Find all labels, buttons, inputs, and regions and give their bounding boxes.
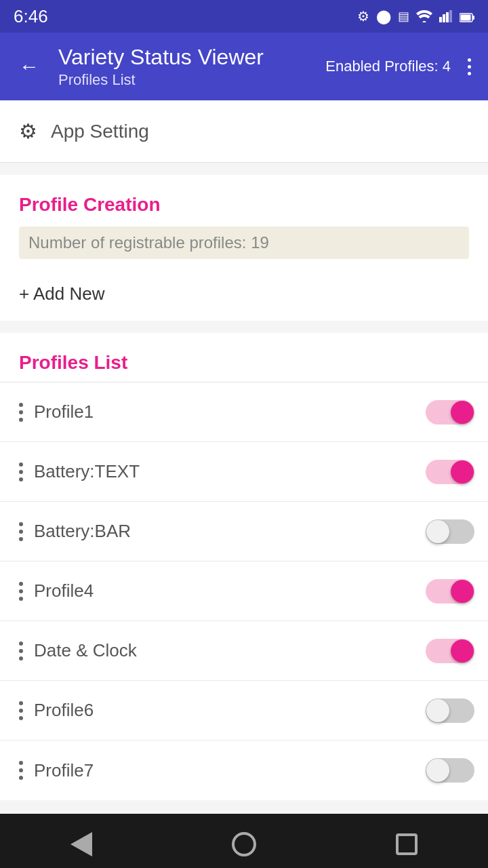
toggle-battery-bar[interactable] [426,519,474,544]
profiles-container: Profile1Battery:TEXTBattery:BARProfile4D… [0,382,488,800]
profile-row-battery-bar: Battery:BAR [0,502,488,561]
navigation-bar [0,814,488,868]
menu-dot-3 [468,72,471,75]
drag-dot-0 [19,701,23,705]
profile-name-profile1: Profile1 [34,401,426,422]
toggle-thumb-profile4 [451,580,474,603]
profile-name-battery-text: Battery:TEXT [34,461,426,482]
profile-name-profile4: Profile4 [34,580,426,601]
drag-dot-1 [19,649,23,653]
profile-row-battery-text: Battery:TEXT [0,442,488,502]
app-subtitle: Profiles List [58,71,312,89]
profile-row-profile6: Profile6 [0,681,488,741]
toggle-thumb-date-clock [451,639,474,663]
profile-name-battery-bar: Battery:BAR [34,521,426,542]
drag-dot-2 [19,418,23,422]
toggle-profile7[interactable] [426,758,474,783]
nav-recents-square-icon [396,833,418,855]
menu-dot-2 [468,65,471,68]
profile-drag-handle-profile7[interactable] [14,754,34,787]
nav-recents-button[interactable] [386,824,427,865]
profile-drag-handle-battery-bar[interactable] [14,515,34,548]
profile-creation-title: Profile Creation [19,194,469,216]
toggle-thumb-profile1 [451,401,474,424]
profile-creation-section: Profile Creation Number of registrable p… [0,175,488,321]
sdcard-status-icon: ▤ [398,9,409,24]
drag-dot-1 [19,709,23,713]
profile-row-profile4: Profile4 [0,561,488,621]
toggle-profile1[interactable] [426,400,474,425]
profile-name-profile7: Profile7 [34,760,426,781]
drag-dot-1 [19,410,23,414]
app-setting-row[interactable]: ⚙ App Setting [0,100,488,163]
profile-drag-handle-date-clock[interactable] [14,635,34,667]
drag-dot-1 [19,589,23,593]
profile-name-profile6: Profile6 [34,700,426,721]
svg-rect-6 [472,16,474,20]
drag-dot-0 [19,642,23,646]
drag-dot-2 [19,597,23,601]
app-title: Variety Status Viewer [58,45,312,70]
menu-dot-1 [468,58,471,62]
enabled-profiles-label: Enabled Profiles: 4 [325,58,451,75]
svg-rect-2 [446,12,449,22]
profiles-list-title: Profiles List [0,352,488,382]
drag-dot-0 [19,761,23,765]
toggle-date-clock[interactable] [426,639,474,663]
svg-rect-1 [443,14,445,22]
back-button[interactable]: ← [14,50,45,83]
toggle-thumb-battery-bar [426,520,449,543]
svg-rect-0 [439,17,442,22]
app-setting-label: App Setting [51,121,149,142]
app-bar: ← Variety Status Viewer Profiles List En… [0,33,488,100]
status-bar: 6:46 ⚙ ⬤ ▤ [0,0,488,33]
drag-dot-1 [19,470,23,474]
toggle-thumb-battery-text [451,460,474,484]
drag-dot-2 [19,716,23,720]
profile-creation-subtitle: Number of registrable profiles: 19 [19,226,469,259]
wifi-icon [416,6,432,27]
toggle-profile4[interactable] [426,579,474,604]
toggle-profile6[interactable] [426,698,474,723]
profile-row-profile1: Profile1 [0,382,488,442]
toggle-battery-text[interactable] [426,460,474,484]
drag-dot-2 [19,776,23,780]
drag-dot-1 [19,768,23,772]
profile-drag-handle-profile1[interactable] [14,396,34,429]
nav-back-button[interactable] [61,824,102,865]
nav-home-circle-icon [232,832,256,856]
toggle-thumb-profile6 [426,699,449,722]
add-new-button[interactable]: + Add New [19,273,469,321]
settings-status-icon: ⚙ [357,8,369,24]
drag-dot-0 [19,403,23,407]
drag-dot-0 [19,582,23,586]
gear-icon: ⚙ [19,119,37,143]
profile-row-profile7: Profile7 [0,741,488,800]
overflow-menu-button[interactable] [464,55,474,79]
main-content: ⚙ App Setting Profile Creation Number of… [0,100,488,814]
circle-status-icon: ⬤ [376,8,391,24]
svg-rect-5 [461,14,471,20]
nav-back-triangle-icon [70,832,92,856]
signal-icon [439,6,453,27]
profile-drag-handle-battery-text[interactable] [14,456,34,488]
profiles-list-section: Profiles List Profile1Battery:TEXTBatter… [0,333,488,800]
drag-dot-2 [19,477,23,481]
drag-dot-0 [19,522,23,526]
app-bar-right: Enabled Profiles: 4 [325,55,474,79]
toggle-thumb-profile7 [426,759,449,782]
profile-name-date-clock: Date & Clock [34,640,426,661]
drag-dot-0 [19,462,23,467]
drag-dot-2 [19,656,23,660]
profile-drag-handle-profile4[interactable] [14,575,34,608]
profile-row-date-clock: Date & Clock [0,621,488,681]
profile-drag-handle-profile6[interactable] [14,694,34,727]
battery-icon [460,6,474,27]
app-bar-title-group: Variety Status Viewer Profiles List [58,45,312,89]
drag-dot-2 [19,537,23,541]
drag-dot-1 [19,530,23,534]
nav-home-button[interactable] [224,824,264,865]
status-time: 6:46 [14,6,48,27]
svg-rect-3 [449,10,452,22]
